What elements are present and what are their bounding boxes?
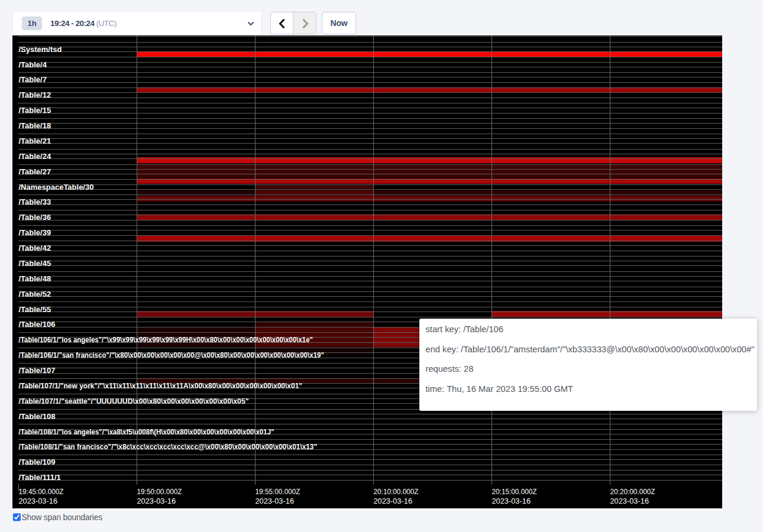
svg-text:/NamespaceTable/30: /NamespaceTable/30 — [19, 183, 94, 192]
svg-text:/Table/18: /Table/18 — [19, 121, 51, 130]
svg-text:19:45:00.000Z: 19:45:00.000Z — [19, 487, 64, 496]
svg-text:/Table/24: /Table/24 — [19, 152, 51, 161]
svg-text:/Table/7: /Table/7 — [19, 75, 47, 84]
svg-text:/Table/12: /Table/12 — [19, 90, 51, 99]
svg-text:/Table/108/1/"san francisco"/": /Table/108/1/"san francisco"/"\x8c\xcc\x… — [19, 442, 318, 451]
svg-text:/Table/106: /Table/106 — [19, 320, 56, 329]
svg-text:2023-03-16: 2023-03-16 — [19, 497, 58, 505]
svg-text:2023-03-16: 2023-03-16 — [137, 497, 176, 505]
svg-text:/Table/36: /Table/36 — [19, 213, 51, 222]
svg-text:/Table/107: /Table/107 — [19, 366, 56, 375]
svg-text:20:20:00.000Z: 20:20:00.000Z — [610, 487, 655, 496]
svg-text:/Table/107/1/"seattle"/"UUUUUU: /Table/107/1/"seattle"/"UUUUUUD\x00\x80\… — [19, 397, 249, 406]
svg-text:/Table/106/1/"san francisco"/": /Table/106/1/"san francisco"/"\x80\x00\x… — [19, 351, 325, 359]
svg-text:/Table/55: /Table/55 — [19, 305, 51, 314]
svg-text:/Table/45: /Table/45 — [19, 259, 51, 268]
svg-text:/Table/33: /Table/33 — [19, 197, 51, 206]
svg-text:/Table/52: /Table/52 — [19, 290, 51, 299]
svg-text:/Table/106/1/"los angeles"/"\x: /Table/106/1/"los angeles"/"\x99\x99\x99… — [19, 335, 313, 344]
svg-text:/Table/39: /Table/39 — [19, 228, 51, 237]
svg-text:20:10:00.000Z: 20:10:00.000Z — [374, 487, 419, 496]
svg-text:/Table/4: /Table/4 — [19, 60, 47, 69]
svg-text:/Table/111/1: /Table/111/1 — [19, 473, 61, 482]
svg-text:/Table/21: /Table/21 — [19, 137, 51, 145]
svg-text:20:15:00.000Z: 20:15:00.000Z — [492, 487, 537, 496]
svg-text:/Table/108/1/"los angeles"/"\x: /Table/108/1/"los angeles"/"\xa8\xf5\u00… — [19, 427, 274, 436]
svg-text:/Table/107/1/"new york"/"\x11\: /Table/107/1/"new york"/"\x11\x11\x11\x1… — [19, 381, 303, 390]
svg-text:/Table/27: /Table/27 — [19, 167, 51, 176]
svg-text:/Table/108: /Table/108 — [19, 412, 56, 421]
svg-text:/System/tsd: /System/tsd — [19, 45, 62, 54]
svg-text:/Table/42: /Table/42 — [19, 244, 51, 252]
svg-text:19:50:00.000Z: 19:50:00.000Z — [137, 487, 182, 496]
svg-text:2023-03-16: 2023-03-16 — [374, 497, 413, 505]
svg-text:/Table/15: /Table/15 — [19, 106, 51, 115]
svg-text:2023-03-16: 2023-03-16 — [256, 497, 295, 505]
svg-text:/Table/109: /Table/109 — [19, 458, 56, 466]
svg-text:/Table/48: /Table/48 — [19, 274, 51, 283]
svg-text:2023-03-16: 2023-03-16 — [492, 497, 531, 505]
svg-text:2023-03-16: 2023-03-16 — [610, 497, 649, 505]
svg-text:19:55:00.000Z: 19:55:00.000Z — [256, 487, 300, 496]
